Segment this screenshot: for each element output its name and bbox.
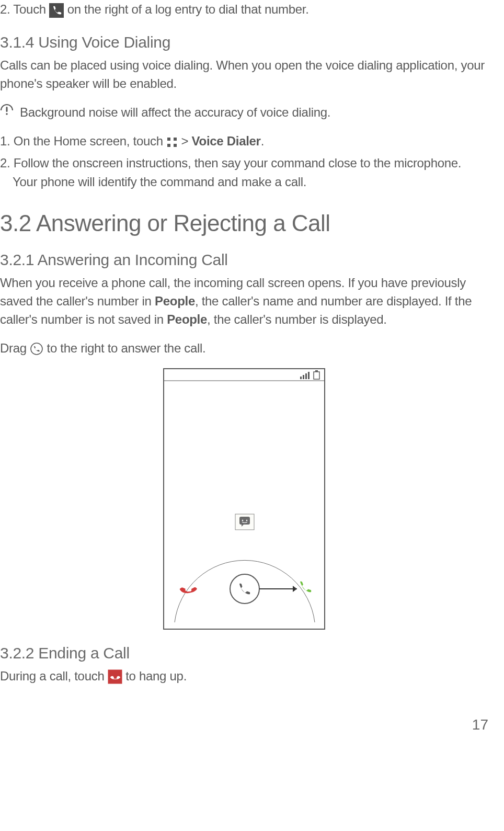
- svg-rect-3: [167, 138, 170, 141]
- step-2-follow: 2. Follow the onscreen instructions, the…: [0, 154, 488, 191]
- svg-rect-4: [174, 138, 177, 141]
- svg-point-7: [31, 343, 42, 355]
- tip-text: Background noise will affect the accurac…: [20, 104, 330, 122]
- phone-square-icon: [49, 3, 64, 18]
- text: Drag: [0, 341, 30, 355]
- heading-3-2-2: 3.2.2 Ending a Call: [0, 644, 488, 662]
- text: .: [261, 134, 264, 148]
- text: 1. On the Home screen, touch: [0, 134, 166, 148]
- svg-rect-15: [315, 370, 318, 372]
- text: to hang up.: [125, 669, 187, 683]
- drag-handle-icon: [230, 574, 259, 604]
- svg-rect-11: [303, 375, 304, 379]
- heading-3-2-1: 3.2.1 Answering an Incoming Call: [0, 251, 488, 269]
- heading-3-2: 3.2 Answering or Rejecting a Call: [0, 210, 488, 236]
- text: 2. Touch: [0, 2, 49, 16]
- text: During a call, touch: [0, 669, 108, 683]
- hangup-square-icon: [108, 669, 122, 684]
- svg-rect-13: [308, 372, 310, 379]
- svg-point-18: [246, 519, 248, 521]
- svg-point-17: [242, 519, 244, 521]
- heading-3-1-4: 3.1.4 Using Voice Dialing: [0, 33, 488, 51]
- svg-point-2: [6, 113, 8, 115]
- info-circle-icon: [0, 104, 14, 117]
- text: >: [181, 134, 192, 148]
- text: on the right of a log entry to dial that…: [67, 2, 309, 16]
- drag-instruction: Drag to the right to answer the call.: [0, 339, 488, 358]
- svg-point-19: [230, 574, 259, 604]
- tip-noise: Background noise will affect the accurac…: [0, 104, 488, 122]
- apps-grid-icon: [166, 136, 178, 148]
- people-label: People: [155, 294, 195, 308]
- incoming-call-description: When you receive a phone call, the incom…: [0, 274, 488, 328]
- step-1-home: 1. On the Home screen, touch > Voice Dia…: [0, 132, 488, 151]
- sms-reply-icon: [235, 514, 254, 530]
- people-label: People: [167, 312, 207, 326]
- page-number: 17: [0, 716, 488, 733]
- phone-circle-icon: [30, 342, 43, 356]
- svg-rect-20: [108, 670, 122, 684]
- text: Your phone will identify the command and…: [13, 175, 306, 189]
- voice-dialing-intro: Calls can be placed using voice dialing.…: [0, 56, 488, 93]
- svg-rect-0: [50, 3, 64, 17]
- text: to the right to answer the call.: [47, 341, 206, 355]
- svg-rect-1: [6, 107, 8, 112]
- svg-rect-6: [174, 144, 177, 147]
- step-2-dial-log: 2. Touch on the right of a log entry to …: [0, 0, 488, 19]
- svg-rect-10: [300, 377, 302, 379]
- svg-rect-5: [167, 144, 170, 147]
- ending-call-text: During a call, touch to hang up.: [0, 667, 488, 686]
- incoming-call-illustration: [163, 368, 325, 630]
- voice-dialer-label: Voice Dialer: [192, 134, 261, 148]
- svg-rect-12: [305, 373, 307, 379]
- text: , the caller's number is displayed.: [207, 312, 387, 326]
